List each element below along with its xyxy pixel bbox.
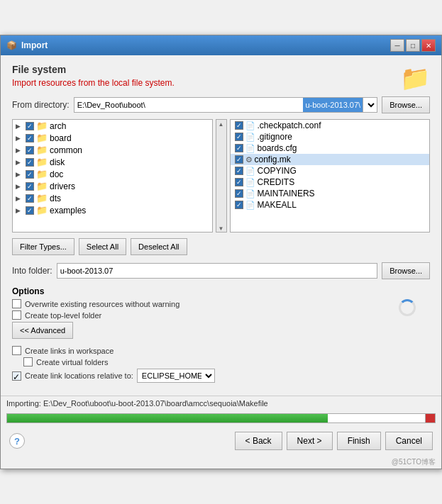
folder-icon: 📁 bbox=[36, 169, 48, 179]
item-checkbox[interactable]: ✓ bbox=[26, 158, 34, 167]
right-file-item[interactable]: ✓ 📄 MAKEALL bbox=[231, 199, 430, 211]
overwrite-checkbox[interactable] bbox=[12, 299, 21, 308]
expand-arrow: ▶ bbox=[16, 171, 24, 178]
relative-option-row: ✓ Create link locations relative to: ECL… bbox=[12, 369, 430, 383]
folder-icon: 📁 bbox=[36, 133, 48, 143]
close-button[interactable]: ✕ bbox=[421, 39, 436, 52]
item-checkbox[interactable]: ✓ bbox=[235, 201, 243, 209]
item-checkbox[interactable]: ✓ bbox=[235, 178, 243, 186]
maximize-button[interactable]: □ bbox=[406, 39, 420, 52]
right-file-item[interactable]: ✓ 📄 MAINTAINERS bbox=[231, 188, 430, 199]
left-tree-item[interactable]: ▶ ✓ 📁 common bbox=[13, 144, 212, 156]
item-name: config.mk bbox=[255, 155, 291, 164]
window-title: Import bbox=[21, 40, 48, 50]
right-file-item[interactable]: ✓ ⚙ config.mk bbox=[231, 154, 430, 165]
deselect-all-button[interactable]: Deselect All bbox=[131, 238, 187, 255]
item-checkbox[interactable]: ✓ bbox=[235, 155, 243, 164]
filter-types-button[interactable]: Filter Types... bbox=[12, 238, 74, 255]
loading-spinner bbox=[399, 299, 416, 316]
into-folder-label: Into folder: bbox=[12, 266, 53, 276]
virtual-folders-label: Create virtual folders bbox=[36, 358, 109, 366]
minimize-button[interactable]: ─ bbox=[390, 39, 404, 52]
right-file-panel[interactable]: ✓ 📄 .checkpatch.conf ✓ 📄 .gitignore ✓ 📄 … bbox=[230, 119, 431, 233]
item-checkbox[interactable]: ✓ bbox=[235, 121, 243, 130]
import-dialog: 📦 Import ─ □ ✕ File system Import resour… bbox=[0, 35, 442, 469]
from-browse-button[interactable]: Browse... bbox=[382, 96, 430, 113]
item-name: examples bbox=[50, 206, 86, 215]
virtual-folders-option-row: Create virtual folders bbox=[23, 357, 430, 366]
item-checkbox[interactable]: ✓ bbox=[26, 122, 34, 130]
expand-arrow: ▶ bbox=[16, 135, 24, 142]
item-checkbox[interactable]: ✓ bbox=[26, 194, 34, 203]
file-icon: 📄 bbox=[245, 144, 255, 153]
dialog-content: File system Import resources from the lo… bbox=[1, 55, 441, 396]
top-level-label: Create top-level folder bbox=[25, 311, 101, 320]
status-bar: Importing: E:\Dev_Root\uboot\u-boot-2013… bbox=[1, 396, 441, 410]
right-file-item[interactable]: ✓ 📄 .checkpatch.conf bbox=[231, 120, 430, 131]
cancel-button[interactable]: Cancel bbox=[385, 432, 433, 450]
item-name: drivers bbox=[50, 181, 75, 191]
large-folder-icon: 📁 bbox=[400, 64, 430, 92]
back-button[interactable]: < Back bbox=[235, 432, 282, 450]
left-tree-item[interactable]: ▶ ✓ 📁 arch bbox=[13, 120, 212, 132]
overwrite-option-row: Overwrite existing resources without war… bbox=[12, 299, 430, 308]
expand-arrow: ▶ bbox=[16, 183, 24, 190]
item-checkbox[interactable]: ✓ bbox=[26, 182, 34, 191]
right-file-item[interactable]: ✓ 📄 boards.cfg bbox=[231, 142, 430, 154]
item-name: dts bbox=[50, 194, 61, 203]
relative-label: Create link locations relative to: bbox=[25, 371, 133, 380]
item-name: CREDITS bbox=[258, 177, 295, 187]
left-tree-item[interactable]: ▶ ✓ 📁 doc bbox=[13, 168, 212, 180]
left-tree-item[interactable]: ▶ ✓ 📁 examples bbox=[13, 204, 212, 216]
left-tree-item[interactable]: ▶ ✓ 📁 dts bbox=[13, 192, 212, 204]
options-title: Options bbox=[12, 286, 430, 296]
into-folder-row: Into folder: Browse... bbox=[12, 262, 430, 279]
item-checkbox[interactable]: ✓ bbox=[235, 189, 243, 198]
top-level-checkbox[interactable] bbox=[12, 310, 21, 320]
file-icon: 📄 bbox=[245, 121, 255, 130]
links-checkbox[interactable] bbox=[12, 346, 21, 355]
expand-arrow: ▶ bbox=[16, 159, 24, 166]
into-folder-input[interactable] bbox=[57, 263, 377, 279]
item-name: board bbox=[50, 133, 72, 143]
item-checkbox[interactable]: ✓ bbox=[26, 134, 34, 142]
item-checkbox[interactable]: ✓ bbox=[26, 146, 34, 155]
item-checkbox[interactable]: ✓ bbox=[26, 206, 34, 215]
left-tree-item[interactable]: ▶ ✓ 📁 board bbox=[13, 132, 212, 144]
item-checkbox[interactable]: ✓ bbox=[235, 167, 243, 175]
select-all-button[interactable]: Select All bbox=[79, 238, 126, 255]
item-checkbox[interactable]: ✓ bbox=[235, 133, 243, 141]
importing-text: Importing: E:\Dev_Root\uboot\u-boot-2013… bbox=[6, 399, 268, 408]
finish-button[interactable]: Finish bbox=[337, 432, 381, 450]
folder-icon: 📁 bbox=[36, 145, 48, 155]
item-checkbox[interactable]: ✓ bbox=[235, 144, 243, 152]
right-file-item[interactable]: ✓ 📄 CREDITS bbox=[231, 177, 430, 188]
title-icon: 📦 bbox=[6, 40, 17, 50]
progress-stop[interactable] bbox=[425, 414, 435, 422]
relative-dropdown[interactable]: ECLIPSE_HOME WORKSPACE_LOC PROJECT_LOC bbox=[137, 369, 215, 383]
relative-checkbox[interactable]: ✓ bbox=[12, 371, 21, 381]
help-button[interactable]: ? bbox=[9, 433, 25, 449]
next-button[interactable]: Next > bbox=[287, 432, 333, 450]
title-bar-text: 📦 Import bbox=[6, 40, 48, 50]
links-label: Create links in workspace bbox=[25, 347, 114, 355]
item-name: arch bbox=[50, 121, 66, 131]
progress-area bbox=[1, 410, 441, 427]
advanced-button[interactable]: << Advanced bbox=[12, 322, 73, 339]
into-folder-browse-button[interactable]: Browse... bbox=[382, 262, 430, 279]
item-checkbox[interactable]: ✓ bbox=[26, 170, 34, 179]
right-file-item[interactable]: ✓ 📄 .gitignore bbox=[231, 131, 430, 142]
directory-input[interactable] bbox=[74, 97, 304, 113]
folder-icon: 📁 bbox=[36, 121, 48, 131]
overwrite-label: Overwrite existing resources without war… bbox=[25, 300, 179, 308]
expand-arrow: ▶ bbox=[16, 123, 24, 130]
left-file-panel[interactable]: ▶ ✓ 📁 arch ▶ ✓ 📁 board ▶ ✓ 📁 common ▶ ✓ … bbox=[12, 119, 213, 233]
item-name: boards.cfg bbox=[258, 143, 297, 153]
left-tree-item[interactable]: ▶ ✓ 📁 drivers bbox=[13, 180, 212, 192]
item-name: MAINTAINERS bbox=[258, 189, 315, 198]
virtual-folders-checkbox[interactable] bbox=[23, 357, 33, 366]
right-file-item[interactable]: ✓ 📄 COPYING bbox=[231, 165, 430, 177]
directory-dropdown[interactable] bbox=[363, 97, 377, 113]
options-body: Overwrite existing resources without war… bbox=[12, 299, 430, 383]
left-tree-item[interactable]: ▶ ✓ 📁 disk bbox=[13, 156, 212, 168]
